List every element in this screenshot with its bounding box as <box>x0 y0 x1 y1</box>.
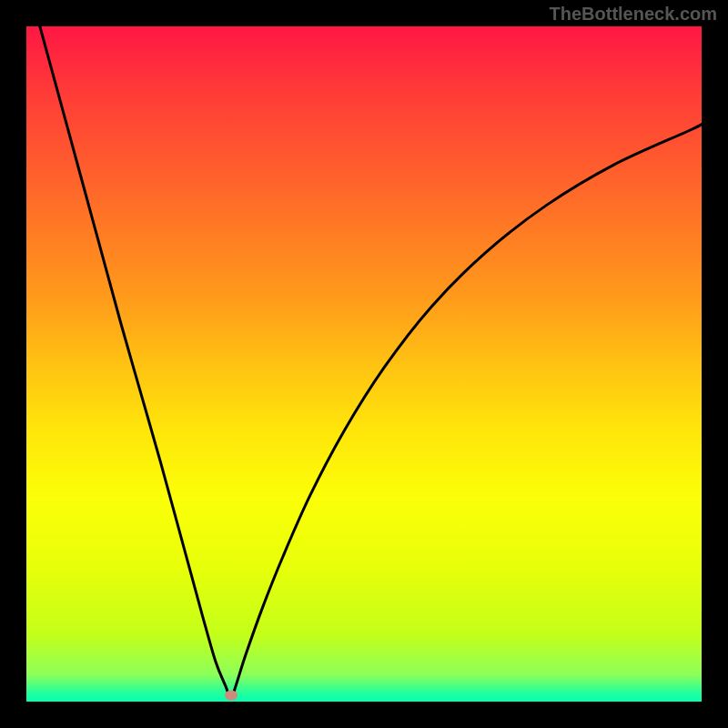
plot-area <box>26 26 702 702</box>
bottleneck-curve <box>40 26 702 698</box>
minimum-marker <box>225 690 238 700</box>
curve-svg <box>26 26 702 702</box>
watermark-text: TheBottleneck.com <box>550 4 717 25</box>
chart-container: TheBottleneck.com <box>0 0 728 728</box>
